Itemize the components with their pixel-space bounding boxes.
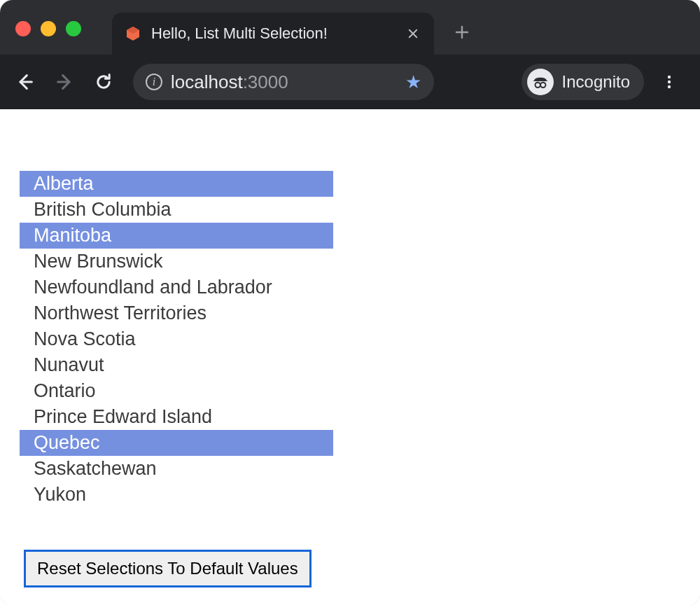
browser-toolbar: i localhost:3000 ★ Incognito (0, 55, 700, 109)
list-item[interactable]: Alberta (20, 171, 333, 197)
page-content: AlbertaBritish ColumbiaManitobaNew Bruns… (0, 109, 700, 605)
list-item[interactable]: Quebec (20, 430, 333, 456)
list-item[interactable]: Ontario (20, 378, 333, 404)
url-host: localhost (171, 71, 243, 93)
list-item[interactable]: Yukon (20, 482, 333, 508)
list-item[interactable]: Nunavut (20, 352, 333, 378)
list-item[interactable]: Prince Edward Island (20, 404, 333, 430)
reset-button[interactable]: Reset Selections To Default Values (24, 550, 312, 587)
browser-menu-button[interactable] (654, 67, 685, 97)
toolbar-right: Incognito (522, 64, 692, 100)
minimize-window-icon[interactable] (41, 21, 56, 36)
tab-close-icon[interactable] (405, 25, 421, 42)
forward-button[interactable] (48, 65, 81, 99)
back-button[interactable] (8, 65, 42, 99)
incognito-label: Incognito (562, 72, 630, 92)
svg-point-5 (540, 83, 545, 88)
svg-point-4 (535, 83, 540, 88)
address-bar[interactable]: i localhost:3000 ★ (133, 64, 434, 100)
svg-point-6 (668, 76, 671, 78)
province-list[interactable]: AlbertaBritish ColumbiaManitobaNew Bruns… (20, 171, 333, 508)
tab-title: Hello, List Multi Selection! (151, 25, 395, 43)
svg-point-8 (668, 85, 671, 88)
list-item[interactable]: Manitoba (20, 223, 333, 249)
incognito-icon (527, 69, 554, 95)
list-item[interactable]: New Brunswick (20, 249, 333, 274)
list-item[interactable]: British Columbia (20, 197, 333, 223)
tab-strip: Hello, List Multi Selection! (112, 0, 470, 55)
window-controls (15, 21, 81, 36)
maximize-window-icon[interactable] (66, 21, 81, 36)
list-item[interactable]: Northwest Territories (20, 300, 333, 326)
list-item[interactable]: Nova Scotia (20, 326, 333, 352)
browser-tab[interactable]: Hello, List Multi Selection! (112, 13, 434, 55)
svg-point-7 (668, 81, 671, 83)
tab-favicon-icon (125, 25, 141, 42)
url-port: :3000 (243, 71, 288, 93)
site-info-icon[interactable]: i (146, 74, 162, 90)
list-item[interactable]: Saskatchewan (20, 456, 333, 482)
tab-strip-bar: Hello, List Multi Selection! (0, 0, 700, 55)
incognito-chip[interactable]: Incognito (522, 64, 644, 100)
url-text: localhost:3000 (171, 71, 397, 93)
browser-window: Hello, List Multi Selection! i localhost… (0, 0, 700, 605)
list-item[interactable]: Newfoundland and Labrador (20, 274, 333, 300)
bookmark-star-icon[interactable]: ★ (405, 71, 421, 93)
close-window-icon[interactable] (15, 21, 31, 36)
new-tab-button[interactable] (454, 22, 470, 46)
reload-button[interactable] (87, 65, 120, 99)
